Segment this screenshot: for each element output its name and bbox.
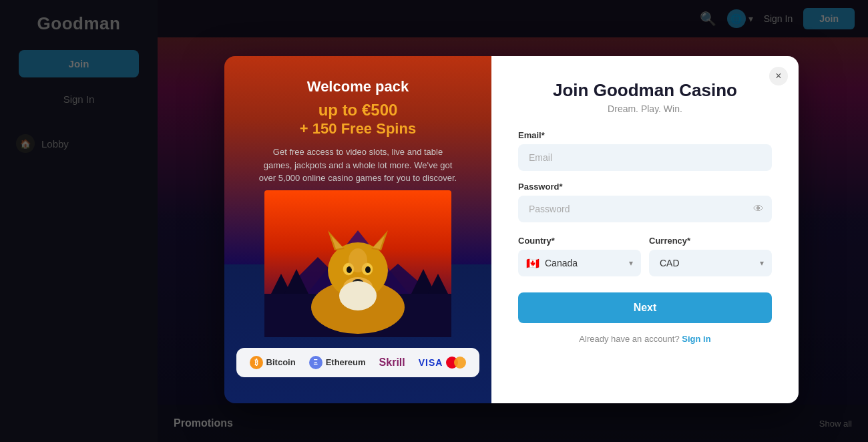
svg-point-16 xyxy=(365,266,371,273)
payment-bitcoin: ₿ Bitcoin xyxy=(250,356,296,369)
country-currency-row: Country* 🇨🇦 Canada United States United … xyxy=(518,236,772,276)
payment-visa: VISA xyxy=(419,357,467,369)
currency-select[interactable]: CAD USD EUR GBP xyxy=(649,250,772,276)
modal-right-panel: × Join Goodman Casino Dream. Play. Win. … xyxy=(491,56,799,403)
country-select-wrapper: 🇨🇦 Canada United States United Kingdom A… xyxy=(518,250,641,276)
bitcoin-label: Bitcoin xyxy=(266,357,296,367)
modal-title: Join Goodman Casino xyxy=(518,80,772,101)
toggle-password-button[interactable]: 👁 xyxy=(753,203,764,215)
payment-ethereum: Ξ Ethereum xyxy=(309,356,366,369)
sign-in-link[interactable]: Sign in xyxy=(682,334,710,344)
modal-subtitle: Dream. Play. Win. xyxy=(518,103,772,114)
password-wrapper: 👁 xyxy=(518,196,772,222)
close-button[interactable]: × xyxy=(769,67,788,85)
svg-point-23 xyxy=(339,281,377,310)
currency-group: Currency* CAD USD EUR GBP ▾ xyxy=(649,236,772,276)
skrill-label: Skrill xyxy=(379,357,405,369)
ethereum-icon: Ξ xyxy=(309,356,322,369)
already-text: Already have an account? xyxy=(579,334,679,344)
country-group: Country* 🇨🇦 Canada United States United … xyxy=(518,236,641,276)
next-button[interactable]: Next xyxy=(518,292,772,323)
bitcoin-icon: ₿ xyxy=(250,356,263,369)
email-input[interactable] xyxy=(518,144,772,171)
ethereum-label: Ethereum xyxy=(326,357,366,367)
email-label: Email* xyxy=(518,130,772,140)
wolf-illustration xyxy=(264,190,451,337)
password-label: Password* xyxy=(518,182,772,192)
welcome-description: Get free access to video slots, live and… xyxy=(258,146,458,185)
currency-label: Currency* xyxy=(649,236,772,246)
visa-label: VISA xyxy=(419,357,443,368)
already-account-text: Already have an account? Sign in xyxy=(518,334,772,344)
welcome-free-spins: + 150 Free Spins xyxy=(258,120,458,138)
modal-left-content: Welcome pack up to €500 + 150 Free Spins… xyxy=(258,77,458,184)
modal-left-panel: Welcome pack up to €500 + 150 Free Spins… xyxy=(224,56,491,403)
mastercard-icon xyxy=(446,357,466,369)
currency-select-wrapper: CAD USD EUR GBP ▾ xyxy=(649,250,772,276)
welcome-bonus-amount: up to €500 xyxy=(258,99,458,120)
welcome-title-line1: Welcome pack xyxy=(258,77,458,97)
payment-skrill: Skrill xyxy=(379,357,405,369)
canada-flag: 🇨🇦 xyxy=(526,257,539,270)
password-input[interactable] xyxy=(518,196,772,222)
country-label: Country* xyxy=(518,236,641,246)
svg-point-24 xyxy=(349,248,367,272)
payment-methods-bar: ₿ Bitcoin Ξ Ethereum Skrill VISA xyxy=(236,348,480,377)
registration-modal: Welcome pack up to €500 + 150 Free Spins… xyxy=(224,56,799,403)
